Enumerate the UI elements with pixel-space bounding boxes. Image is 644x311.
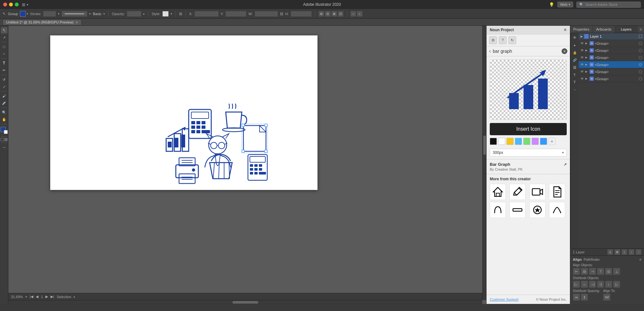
more-item-2-3[interactable] <box>529 202 545 218</box>
tab-layers[interactable]: Layers <box>615 26 638 33</box>
customer-support-link[interactable]: Customer Support <box>490 297 518 301</box>
refresh-btn[interactable]: ↻ <box>508 36 516 44</box>
align-center-h-btn[interactable]: ⊟ <box>581 268 588 275</box>
dist-space-h-btn[interactable]: ⇔ <box>573 294 580 301</box>
stroke-dropdown[interactable]: ▾ <box>58 12 60 15</box>
help-btn[interactable]: ? <box>499 36 507 44</box>
layer-eye-2[interactable]: 👁 <box>581 56 584 59</box>
scale-tool[interactable]: ⤢ <box>1 83 7 90</box>
web-button[interactable]: Web ▾ <box>557 2 573 7</box>
layer-eye-5[interactable]: 👁 <box>581 77 584 80</box>
selected-document-group[interactable] <box>242 124 268 153</box>
move-layer-btn[interactable]: ↑ <box>621 249 627 255</box>
group-circle-2[interactable] <box>639 56 642 59</box>
maximize-button[interactable] <box>15 3 19 6</box>
opacity-input[interactable]: 100% <box>127 11 141 17</box>
group-circle-5[interactable] <box>639 77 642 80</box>
color-blue[interactable] <box>540 138 547 145</box>
pen-tool[interactable]: ✏ <box>1 67 7 73</box>
layer-1-header[interactable]: ▶ Layer 1 <box>579 33 644 40</box>
zoom-fit-btn[interactable]: ⊞ <box>614 249 620 255</box>
align-left-btn[interactable]: ⊢ <box>573 268 580 275</box>
dist-right-btn[interactable]: →| <box>589 281 596 288</box>
more-item-pencil[interactable] <box>509 184 526 200</box>
layer-eye-3[interactable]: 👁 <box>581 63 584 66</box>
page-nav-prev[interactable]: ◀ <box>36 295 38 299</box>
w-input[interactable]: 107.1863 px <box>255 11 278 17</box>
panel-menu-btn[interactable]: ≡ <box>638 26 644 33</box>
layer-eye-1[interactable]: 👁 <box>581 49 584 52</box>
expand-0[interactable]: ▶ <box>585 42 589 45</box>
zoom-dropdown[interactable]: ▾ <box>25 295 27 298</box>
hand-tool[interactable]: ✋ <box>1 116 7 123</box>
normal-mode-btn[interactable] <box>1 138 4 141</box>
tab-properties[interactable]: Properties <box>570 26 593 33</box>
align-tab[interactable]: Align <box>573 258 582 261</box>
align-center-v-btn[interactable]: ⊡ <box>605 268 612 275</box>
select-tool-icon[interactable]: ↖ <box>3 11 6 16</box>
add-color-btn[interactable]: + <box>548 138 555 145</box>
fill-color-btn[interactable] <box>20 11 26 17</box>
h-input[interactable]: 123.7402 p <box>291 11 312 17</box>
layer-expand-icon[interactable]: ▶ <box>581 35 583 38</box>
document-tab[interactable]: Untitled-1* @ 31.69% (RGB/GPU Preview) ✕ <box>3 19 81 25</box>
page-nav-next-next[interactable]: ▶| <box>51 295 54 299</box>
expand-2[interactable]: ▶ <box>585 56 589 59</box>
dist-center-h-btn[interactable]: ↔ <box>581 281 588 288</box>
layer-eye-0[interactable]: 👁 <box>581 42 584 45</box>
align-btn-1[interactable]: ⊞ <box>318 11 324 17</box>
new-layer-btn[interactable]: + <box>607 249 613 255</box>
layer-row-3[interactable]: 👁 ▶ G <Group> <box>579 61 644 68</box>
align-right-btn[interactable]: ⊣ <box>589 268 596 275</box>
expand-4[interactable]: ▶ <box>585 70 589 73</box>
selection-tool[interactable]: ↖ <box>1 27 7 33</box>
layer-row-4[interactable]: 👁 ▶ G <Group> <box>579 68 644 75</box>
zoom-tool[interactable]: 🔍 <box>1 109 7 116</box>
selection-arrow[interactable]: ▸ <box>74 295 75 298</box>
direct-selection-tool[interactable]: ↗ <box>1 34 7 41</box>
rectangle-tool[interactable]: □ <box>1 43 7 50</box>
color-cyan[interactable] <box>515 138 522 145</box>
stroke-input[interactable] <box>43 11 56 17</box>
more-item-2-4[interactable] <box>549 202 565 218</box>
x-input[interactable]: 1189.4046 <box>194 11 219 17</box>
page-nav-prev-prev[interactable]: |◀ <box>30 295 33 299</box>
y-input[interactable]: 418.526 px <box>225 11 246 17</box>
dist-center-v-btn[interactable]: ↕ <box>605 281 612 288</box>
group-circle-1[interactable] <box>639 49 642 52</box>
link-icon[interactable]: ⛓ <box>280 12 283 16</box>
close-button[interactable] <box>3 3 7 6</box>
expand-1[interactable]: ▶ <box>585 49 589 52</box>
tab-artboards[interactable]: Artboards <box>593 26 615 33</box>
insert-icon-btn[interactable]: Insert Icon <box>490 123 567 135</box>
group-circle-0[interactable] <box>639 42 642 45</box>
settings-btn[interactable]: ⚙ <box>489 36 497 44</box>
color-yellow[interactable] <box>507 138 514 145</box>
color-green[interactable] <box>523 138 530 145</box>
page-nav-next[interactable]: ▶ <box>45 295 48 299</box>
minimize-button[interactable] <box>9 3 13 6</box>
more-item-house[interactable] <box>490 184 506 200</box>
transform-btn-1[interactable]: ↔ <box>350 11 356 17</box>
expand-5[interactable]: ▶ <box>585 77 589 80</box>
more-item-2-1[interactable] <box>490 202 506 218</box>
eye-icon[interactable]: 👁 <box>572 34 578 41</box>
noun-panel-close[interactable]: ✕ <box>564 28 567 32</box>
lock-icon[interactable]: 🔒 <box>572 49 578 56</box>
style-dropdown[interactable]: ▾ <box>171 12 172 15</box>
stroke-style-dropdown[interactable]: ▾ <box>89 12 91 15</box>
vertical-scrollbar[interactable] <box>482 26 486 300</box>
layer-row-5[interactable]: 👁 ▶ G <Group> <box>579 75 644 82</box>
stroke-box[interactable] <box>4 130 8 134</box>
align-btn-3[interactable]: ⊠ <box>331 11 337 17</box>
pathfinder-tab[interactable]: Pathfinder <box>584 258 600 261</box>
bar-chart-group[interactable] <box>166 127 189 151</box>
dist-left-btn[interactable]: |← <box>573 281 580 288</box>
opacity-arrow[interactable]: ▸ <box>143 12 145 15</box>
align-to-sel-btn[interactable]: Sel <box>603 294 611 301</box>
fill-dropdown[interactable]: ▾ <box>27 12 28 15</box>
color-black[interactable] <box>490 138 497 145</box>
more-item-video[interactable] <box>529 184 545 200</box>
layer-row-1[interactable]: 👁 ▶ G <Group> <box>579 47 644 54</box>
dist-bottom-btn[interactable]: |↓ <box>613 281 620 288</box>
